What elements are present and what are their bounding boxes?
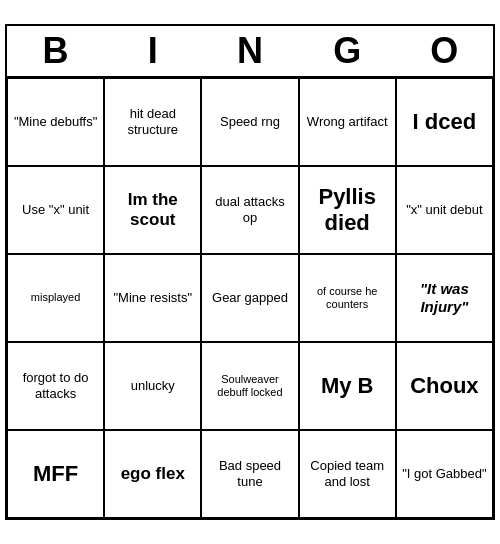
bingo-cell: forgot to do attacks xyxy=(7,342,104,430)
bingo-title: BINGO xyxy=(7,26,493,78)
bingo-cell: Choux xyxy=(396,342,493,430)
bingo-letter: O xyxy=(399,30,489,72)
bingo-cell: "Mine resists" xyxy=(104,254,201,342)
bingo-cell: Pyllis died xyxy=(299,166,396,254)
bingo-card: BINGO "Mine debuffs"hit dead structureSp… xyxy=(5,24,495,520)
bingo-cell: dual attacks op xyxy=(201,166,298,254)
bingo-letter: N xyxy=(205,30,295,72)
bingo-cell: hit dead structure xyxy=(104,78,201,166)
bingo-grid: "Mine debuffs"hit dead structureSpeed rn… xyxy=(7,78,493,518)
bingo-letter: B xyxy=(11,30,101,72)
bingo-cell: Soulweaver debuff locked xyxy=(201,342,298,430)
bingo-cell: Im the scout xyxy=(104,166,201,254)
bingo-letter: I xyxy=(108,30,198,72)
bingo-cell: I dced xyxy=(396,78,493,166)
bingo-cell: Use "x" unit xyxy=(7,166,104,254)
bingo-cell: Gear gapped xyxy=(201,254,298,342)
bingo-cell: Bad speed tune xyxy=(201,430,298,518)
bingo-cell: "x" unit debut xyxy=(396,166,493,254)
bingo-cell: My B xyxy=(299,342,396,430)
bingo-cell: "I got Gabbed" xyxy=(396,430,493,518)
bingo-cell: of course he counters xyxy=(299,254,396,342)
bingo-cell: ego flex xyxy=(104,430,201,518)
bingo-cell: Speed rng xyxy=(201,78,298,166)
bingo-cell: "It was Injury" xyxy=(396,254,493,342)
bingo-cell: Copied team and lost xyxy=(299,430,396,518)
bingo-cell: misplayed xyxy=(7,254,104,342)
bingo-cell: MFF xyxy=(7,430,104,518)
bingo-cell: "Mine debuffs" xyxy=(7,78,104,166)
bingo-letter: G xyxy=(302,30,392,72)
bingo-cell: unlucky xyxy=(104,342,201,430)
bingo-cell: Wrong artifact xyxy=(299,78,396,166)
